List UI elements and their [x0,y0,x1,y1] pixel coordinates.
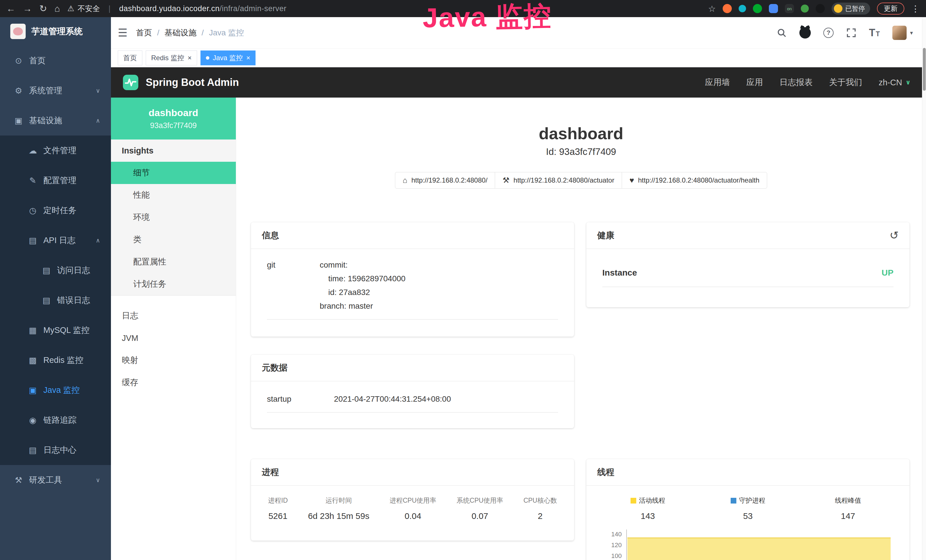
sidebar-item-home[interactable]: ⊙ 首页 [0,45,111,76]
extension-icon-1[interactable] [723,4,732,13]
fullscreen-icon[interactable] [846,28,856,38]
health-url: http://192.168.0.2:48080/actuator/health [638,176,760,184]
sba-item-loggers[interactable]: 日志 [111,305,236,327]
browser-home-icon[interactable]: ⌂ [54,4,60,13]
sba-nav-about[interactable]: 关于我们 [829,77,862,88]
sba-item-classes[interactable]: 类 [111,229,236,251]
sba-item-jvm[interactable]: JVM [111,327,236,349]
sba-item-scheduled-tasks[interactable]: 计划任务 [111,273,236,295]
sidebar-item-api-logs[interactable]: ▤ API 日志 ∧ [0,226,111,255]
extension-icon-7[interactable] [816,4,825,13]
site-security-chip[interactable]: ⚠ 不安全 [67,4,100,14]
search-icon[interactable] [776,28,787,38]
infrastructure-submenu: ☁ 文件管理 ✎ 配置管理 ◷ 定时任务 ▤ API 日志 ∧ ▤ 访问日志 ▤… [0,136,111,465]
sidebar-item-mysql-monitor[interactable]: ▦ MySQL 监控 [0,315,111,345]
browser-menu-icon[interactable]: ⋮ [911,4,920,14]
sidebar-item-error-logs[interactable]: ▤ 错误日志 [0,285,111,315]
user-menu[interactable]: ▾ [892,26,913,40]
sba-item-mappings[interactable]: 映射 [111,349,236,371]
breadcrumb-separator: / [157,28,159,37]
extension-icon-3[interactable] [753,4,762,13]
sidebar-item-label: 错误日志 [57,295,90,306]
address-bar[interactable]: dashboard.yudao.iocoder.cn/infra/admin-s… [119,4,287,13]
github-icon[interactable] [799,27,811,38]
extension-icon-4[interactable] [769,4,778,13]
legend-live-threads: 活动线程 143 [598,496,698,521]
page-scrollbar[interactable] [922,17,926,560]
chevron-up-icon: ∧ [96,237,100,244]
breadcrumb-home[interactable]: 首页 [136,27,152,38]
sba-nav-journal[interactable]: 日志报表 [779,77,813,88]
threads-chart-yaxis: 140 120 100 [598,530,626,560]
sidebar-item-java-monitor[interactable]: ▣ Java 监控 [0,375,111,405]
sidebar-item-label: 定时任务 [43,205,76,216]
profile-chip[interactable]: 已暂停 [832,3,870,15]
dashboard-icon: ⊙ [12,56,24,66]
sidebar-item-file-management[interactable]: ☁ 文件管理 [0,136,111,165]
help-icon[interactable]: ? [823,28,834,38]
history-icon[interactable]: ↺ [890,229,899,242]
actuator-url-button[interactable]: ⚒ http://192.168.0.2:48080/actuator [495,172,622,189]
sba-brand-title[interactable]: Spring Boot Admin [146,76,239,88]
bookmark-star-icon[interactable]: ☆ [708,4,716,14]
column-value: 0.04 [390,511,436,521]
breadcrumb-separator: / [202,28,204,37]
breadcrumb-infrastructure[interactable]: 基础设施 [165,27,197,38]
threads-chart-plot [626,530,898,560]
column-header: 系统CPU使用率 [457,496,503,505]
update-button[interactable]: 更新 [877,3,904,15]
chevron-down-icon: ∨ [905,79,911,86]
sidebar-item-infrastructure[interactable]: ▣ 基础设施 ∧ [0,106,111,136]
avatar[interactable] [892,26,906,40]
tab-home[interactable]: 首页 [118,50,142,65]
instance-links: ⌂ http://192.168.0.2:48080/ ⚒ http://192… [236,172,926,189]
tools-icon: ⚒ [12,475,24,485]
sba-nav-wallboard[interactable]: 应用墙 [705,77,730,88]
tab-redis-monitor[interactable]: Redis 监控 × [146,50,197,65]
font-size-icon[interactable]: TT [869,28,880,38]
threads-chart: 140 120 100 [598,530,898,560]
sidebar-item-log-center[interactable]: ▤ 日志中心 [0,435,111,465]
sidebar-item-label: 系统管理 [29,85,62,97]
home-icon: ⌂ [403,176,407,185]
sidebar-item-access-logs[interactable]: ▤ 访问日志 [0,255,111,285]
sba-item-config-properties[interactable]: 配置属性 [111,251,236,273]
sidebar-item-redis-monitor[interactable]: ▩ Redis 监控 [0,345,111,375]
system-cpu-col: 系统CPU使用率 0.07 [457,496,503,521]
extension-icon-2[interactable] [738,5,746,12]
close-icon[interactable]: × [188,54,192,61]
close-icon[interactable]: × [246,54,250,61]
back-icon[interactable]: ← [6,4,15,13]
extension-icon-6[interactable] [801,5,809,12]
scrollbar-thumb[interactable] [923,48,926,91]
sba-item-caches[interactable]: 缓存 [111,371,236,394]
extension-icon-5[interactable]: on [785,4,794,13]
status-badge: UP [882,268,893,278]
reload-icon[interactable]: ↻ [39,4,47,13]
sidebar-item-config-management[interactable]: ✎ 配置管理 [0,165,111,195]
ytick-120: 120 [611,542,622,549]
database-icon: ▦ [27,325,39,335]
sba-nav-applications[interactable]: 应用 [746,77,763,88]
forward-icon[interactable]: → [23,4,32,13]
url-host: dashboard.yudao.iocoder.cn [119,4,219,13]
sidebar-item-label: 访问日志 [57,265,90,276]
brand-title: 芋道管理系统 [31,26,83,37]
instance-url-button[interactable]: ⌂ http://192.168.0.2:48080/ [395,172,495,189]
hamburger-icon[interactable]: ☰ [118,27,127,39]
column-value: 6d 23h 15m 59s [308,511,369,521]
breadcrumb-java-monitor: Java 监控 [209,27,244,38]
sidebar-item-system-management[interactable]: ⚙ 系统管理 ∨ [0,76,111,106]
sba-item-environment[interactable]: 环境 [111,206,236,229]
health-url-button[interactable]: ♥ http://192.168.0.2:48080/actuator/heal… [622,172,767,189]
sidebar-item-trace[interactable]: ◉ 链路追踪 [0,405,111,435]
sba-item-performance[interactable]: 性能 [111,184,236,206]
sba-item-details[interactable]: 细节 [111,162,236,184]
sidebar-item-scheduled-tasks[interactable]: ◷ 定时任务 [0,195,111,226]
chevron-down-icon: ∨ [96,477,100,484]
language-select[interactable]: zh-CN ∨ [879,78,911,87]
tab-java-monitor[interactable]: Java 监控 × [200,50,256,65]
legend-value: 53 [698,511,798,521]
legend-swatch-yellow [631,498,636,504]
sidebar-item-dev-tools[interactable]: ⚒ 研发工具 ∨ [0,465,111,495]
